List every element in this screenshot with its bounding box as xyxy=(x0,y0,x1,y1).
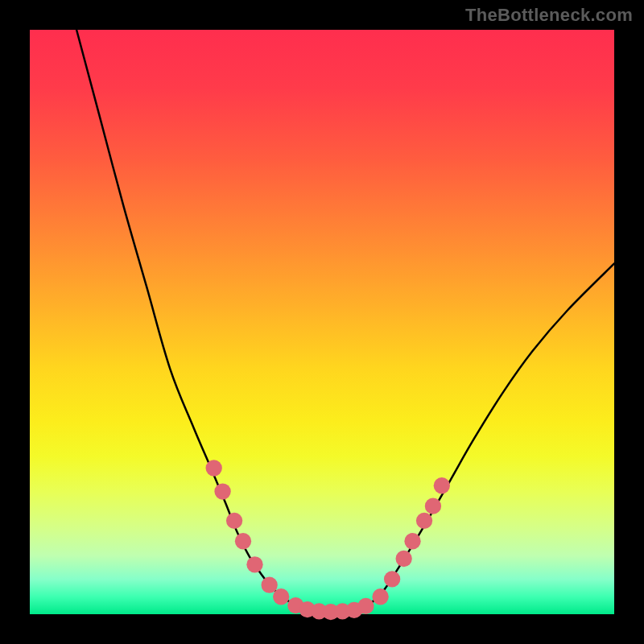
highlight-dot xyxy=(425,498,441,514)
highlight-dot xyxy=(416,513,432,529)
highlight-dot xyxy=(262,577,278,593)
plot-area xyxy=(30,30,614,614)
highlight-dot xyxy=(357,598,374,614)
highlight-dot xyxy=(434,477,450,493)
highlight-dot xyxy=(404,533,420,549)
highlight-dots xyxy=(206,460,450,620)
highlight-dot xyxy=(235,533,251,549)
curve-layer xyxy=(30,30,614,614)
highlight-dot xyxy=(214,483,230,499)
highlight-dot xyxy=(206,460,222,476)
highlight-dot xyxy=(273,588,289,605)
highlight-dot xyxy=(226,513,242,529)
chart-container: TheBottleneck.com xyxy=(0,0,644,644)
highlight-dot xyxy=(395,551,411,567)
left-curve xyxy=(76,30,308,609)
highlight-dot xyxy=(372,588,388,605)
highlight-dot xyxy=(246,556,262,572)
highlight-dot xyxy=(384,571,400,587)
watermark-text: TheBottleneck.com xyxy=(465,5,633,26)
